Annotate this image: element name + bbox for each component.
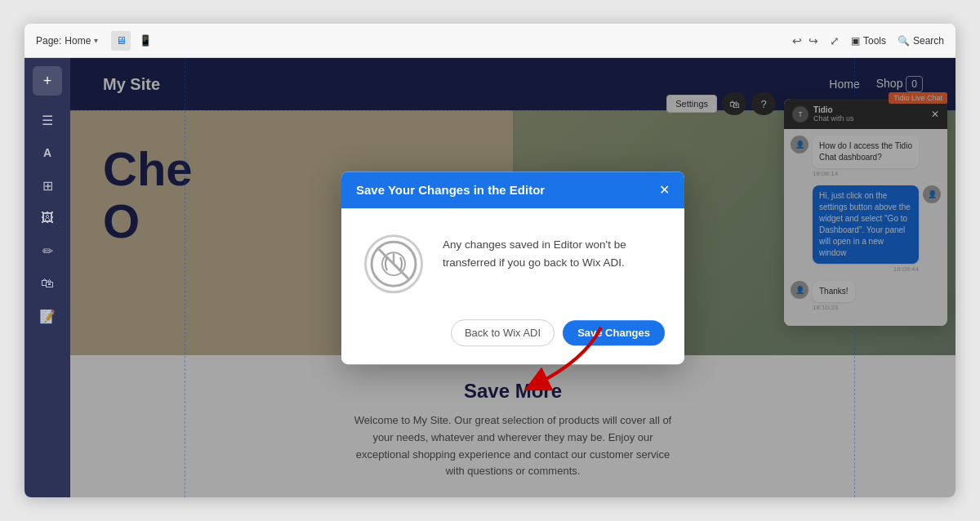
search-icon: 🔍 (898, 35, 910, 47)
modal-header: Save Your Changes in the Editor ✕ (341, 171, 684, 208)
sidebar-item-text[interactable]: A (33, 138, 62, 167)
apps-icon: ⊞ (42, 178, 53, 194)
canvas-area: My Site Home Shop 0 CheO (70, 58, 956, 497)
pages-icon: ☰ (42, 113, 53, 128)
tools-button[interactable]: ▣ Tools (851, 35, 886, 47)
page-selector[interactable]: Page: Home ▾ (36, 35, 98, 47)
modal-dialog: Save Your Changes in the Editor ✕ (341, 171, 684, 364)
sidebar-item-pages[interactable]: ☰ (33, 105, 62, 135)
modal-body: Any changes saved in Editor won't be tra… (341, 208, 684, 319)
chevron-down-icon: ▾ (94, 36, 98, 45)
sidebar-item-store[interactable]: 🛍 (33, 269, 62, 298)
fullscreen-icon[interactable]: ⤢ (830, 34, 840, 47)
add-button[interactable]: + (33, 66, 62, 96)
modal-icon (364, 234, 423, 293)
modal-icon-svg (369, 239, 418, 288)
store-icon: 🛍 (41, 276, 54, 291)
text-icon: A (43, 146, 51, 159)
mobile-icon[interactable]: 📱 (136, 31, 155, 51)
modal-title: Save Your Changes in the Editor (356, 183, 545, 197)
back-to-wix-adi-button[interactable]: Back to Wix ADI (451, 319, 555, 346)
save-changes-button[interactable]: Save Changes (563, 320, 665, 345)
browser-frame: Page: Home ▾ 🖥 📱 ↩ ↪ ⤢ ▣ Tools 🔍 Search (24, 24, 956, 497)
undo-button[interactable]: ↩ (792, 34, 802, 47)
search-button[interactable]: 🔍 Search (898, 35, 944, 47)
blog-icon: 📝 (39, 309, 56, 324)
modal-close-button[interactable]: ✕ (659, 184, 670, 197)
toolbar-right: ↩ ↪ ⤢ ▣ Tools 🔍 Search (792, 34, 944, 47)
device-icons: 🖥 📱 (111, 31, 155, 51)
search-label: Search (913, 35, 944, 47)
toolbar: Page: Home ▾ 🖥 📱 ↩ ↪ ⤢ ▣ Tools 🔍 Search (24, 24, 956, 58)
modal-footer: Back to Wix ADI Save Changes (341, 319, 684, 364)
editor-body: + ☰ A ⊞ 🖼 ✏ 🛍 📝 (24, 58, 956, 497)
tools-icon: ▣ (851, 35, 860, 47)
page-name: Home (65, 35, 91, 47)
modal-icon-wrap (361, 231, 426, 296)
draw-icon: ✏ (42, 243, 53, 259)
sidebar-item-draw[interactable]: ✏ (33, 236, 62, 265)
redo-button[interactable]: ↪ (808, 34, 818, 47)
undo-redo: ↩ ↪ (792, 34, 818, 47)
page-label: Page: (36, 35, 61, 47)
modal-body-text: Any changes saved in Editor won't be tra… (443, 231, 665, 271)
sidebar-item-blog[interactable]: 📝 (33, 301, 62, 331)
left-sidebar: + ☰ A ⊞ 🖼 ✏ 🛍 📝 (24, 58, 70, 497)
media-icon: 🖼 (41, 211, 54, 225)
sidebar-item-media[interactable]: 🖼 (33, 203, 62, 233)
sidebar-item-apps[interactable]: ⊞ (33, 171, 62, 200)
desktop-icon[interactable]: 🖥 (111, 31, 131, 51)
tools-label: Tools (863, 35, 886, 47)
